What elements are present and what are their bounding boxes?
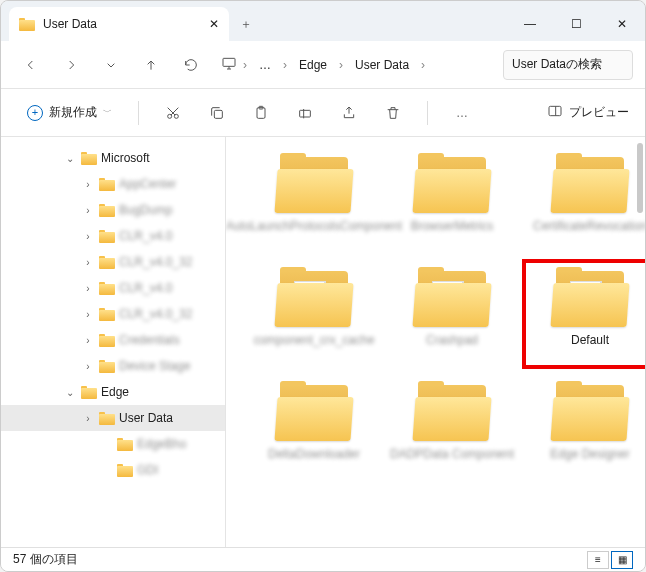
chevron-right-icon: ›	[241, 58, 249, 72]
rename-icon[interactable]	[287, 95, 323, 131]
titlebar: User Data ✕ ＋ ― ☐ ✕	[1, 1, 645, 41]
tree-node[interactable]: ›AppCenter	[1, 171, 225, 197]
more-button[interactable]: …	[444, 95, 480, 131]
folder-icon	[117, 464, 133, 477]
folder-item[interactable]: BrowserMetrics	[392, 153, 512, 247]
status-text: 57 個の項目	[13, 551, 78, 568]
tree-node[interactable]: ›User Data	[1, 405, 225, 431]
close-tab-icon[interactable]: ✕	[209, 17, 219, 31]
folder-item[interactable]: AutoLaunchProtocolsComponent	[254, 153, 374, 247]
folder-item[interactable]: CertificateRevocation	[530, 153, 645, 247]
tree-node[interactable]: ›BugDump	[1, 197, 225, 223]
tree-node[interactable]: ›Device Stage	[1, 353, 225, 379]
minimize-button[interactable]: ―	[507, 7, 553, 41]
folder-item[interactable]: Default	[530, 267, 645, 361]
tree-node[interactable]: ⌄Microsoft	[1, 145, 225, 171]
tab-title: User Data	[43, 17, 201, 31]
expand-icon[interactable]: ›	[81, 361, 95, 372]
folder-icon	[274, 267, 354, 329]
expand-icon[interactable]: ›	[81, 205, 95, 216]
expand-icon[interactable]: ⌄	[63, 153, 77, 164]
folder-item[interactable]: component_crx_cache	[254, 267, 374, 361]
new-button[interactable]: + 新規作成 ﹀	[17, 98, 122, 127]
folder-icon	[99, 178, 115, 191]
tree-node[interactable]: ›Credentials	[1, 327, 225, 353]
nav-tree[interactable]: ⌄Microsoft›AppCenter›BugDump›CLR_v4.0›CL…	[1, 137, 226, 547]
folder-label: DADPData Component	[390, 447, 514, 475]
folder-label: DeltaDownloader	[268, 447, 360, 475]
tree-node[interactable]: ›CLR_v4.0_32	[1, 249, 225, 275]
back-button[interactable]	[13, 47, 49, 83]
expand-icon[interactable]: ›	[81, 283, 95, 294]
tree-label: GDI	[137, 463, 158, 477]
search-input[interactable]: User Dataの検索	[503, 50, 633, 80]
breadcrumb[interactable]: › … › Edge › User Data ›	[213, 54, 499, 76]
maximize-button[interactable]: ☐	[553, 7, 599, 41]
tree-node[interactable]: ›CLR_v4.0	[1, 275, 225, 301]
paste-icon[interactable]	[243, 95, 279, 131]
folder-label: AutoLaunchProtocolsComponent	[226, 219, 402, 247]
new-tab-button[interactable]: ＋	[229, 7, 263, 41]
folder-icon	[99, 334, 115, 347]
tree-label: CLR_v4.0	[119, 229, 172, 243]
statusbar: 57 個の項目 ≡ ▦	[1, 547, 645, 571]
tree-node[interactable]: ›CLR_v4.0	[1, 223, 225, 249]
expand-icon[interactable]: ›	[81, 309, 95, 320]
svg-rect-6	[300, 110, 311, 117]
up-button[interactable]	[133, 47, 169, 83]
tree-node[interactable]: GDI	[1, 457, 225, 483]
expand-icon[interactable]: ›	[81, 257, 95, 268]
scrollbar[interactable]	[637, 143, 643, 213]
view-grid-button[interactable]: ▦	[611, 551, 633, 569]
folder-label: Default	[571, 333, 609, 361]
folder-item[interactable]: Crashpad	[392, 267, 512, 361]
expand-icon[interactable]: ⌄	[63, 387, 77, 398]
folder-grid: AutoLaunchProtocolsComponentBrowserMetri…	[226, 137, 645, 491]
folder-icon	[81, 386, 97, 399]
folder-item[interactable]: DeltaDownloader	[254, 381, 374, 475]
folder-icon	[550, 267, 630, 329]
chevron-right-icon: ›	[419, 58, 427, 72]
tree-node[interactable]: ›CLR_v4.0_32	[1, 301, 225, 327]
share-icon[interactable]	[331, 95, 367, 131]
tree-node[interactable]: ⌄Edge	[1, 379, 225, 405]
tree-node[interactable]: EdgeBho	[1, 431, 225, 457]
content-pane[interactable]: AutoLaunchProtocolsComponentBrowserMetri…	[226, 137, 645, 547]
delete-icon[interactable]	[375, 95, 411, 131]
cut-icon[interactable]	[155, 95, 191, 131]
new-label: 新規作成	[49, 104, 97, 121]
folder-icon	[99, 256, 115, 269]
forward-button[interactable]	[53, 47, 89, 83]
folder-icon	[99, 204, 115, 217]
folder-item[interactable]: Edge Designer	[530, 381, 645, 475]
toolbar: + 新規作成 ﹀ … プレビュー	[1, 89, 645, 137]
preview-toggle[interactable]: プレビュー	[547, 103, 629, 122]
close-button[interactable]: ✕	[599, 7, 645, 41]
crumb-ellipsis[interactable]: …	[253, 54, 277, 76]
crumb-edge[interactable]: Edge	[293, 54, 333, 76]
folder-icon	[412, 381, 492, 443]
folder-icon	[19, 18, 35, 31]
separator	[138, 101, 139, 125]
tree-label: CLR_v4.0	[119, 281, 172, 295]
folder-label: CertificateRevocation	[533, 219, 645, 247]
tree-label: Credentials	[119, 333, 180, 347]
expand-icon[interactable]: ›	[81, 179, 95, 190]
view-list-button[interactable]: ≡	[587, 551, 609, 569]
search-placeholder: User Dataの検索	[512, 56, 602, 73]
copy-icon[interactable]	[199, 95, 235, 131]
recent-chevron[interactable]	[93, 47, 129, 83]
folder-icon	[274, 381, 354, 443]
window-tab[interactable]: User Data ✕	[9, 7, 229, 41]
folder-item[interactable]: DADPData Component	[392, 381, 512, 475]
expand-icon[interactable]: ›	[81, 231, 95, 242]
crumb-userdata[interactable]: User Data	[349, 54, 415, 76]
folder-icon	[550, 381, 630, 443]
expand-icon[interactable]: ›	[81, 335, 95, 346]
tree-label: User Data	[119, 411, 173, 425]
expand-icon[interactable]: ›	[81, 413, 95, 424]
folder-icon	[117, 438, 133, 451]
svg-rect-7	[549, 106, 561, 115]
refresh-button[interactable]	[173, 47, 209, 83]
svg-rect-0	[223, 58, 235, 66]
